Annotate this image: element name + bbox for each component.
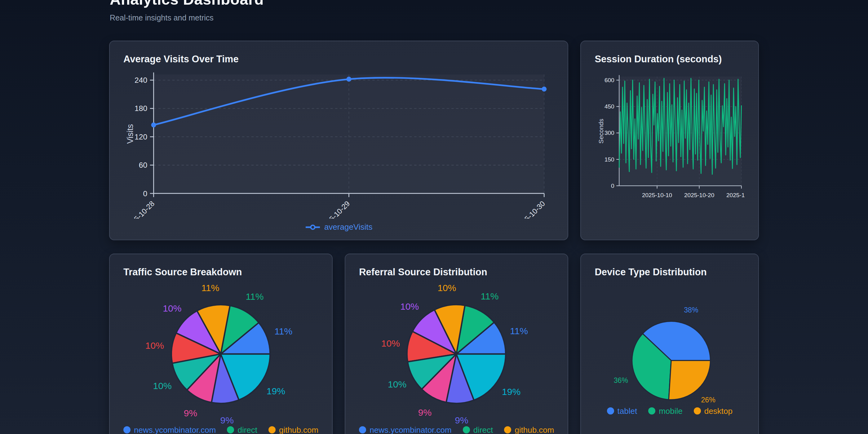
legend-row: news.ycombinator.comdirectgithub.com [359,425,554,434]
svg-text:450: 450 [604,103,614,110]
legend-item-news-ycombinator-com[interactable]: news.ycombinator.com [123,425,216,434]
legend-dot-icon [269,426,276,433]
svg-text:36%: 36% [614,376,628,384]
legend-item-news-ycombinator-com[interactable]: news.ycombinator.com [359,425,452,434]
referral-source-pie-chart: 11%11%10%10%10%10%9%9%19% [359,279,554,424]
legend-dot-icon [694,407,701,414]
legend-dot-icon [648,407,655,414]
svg-text:2025-10-29: 2025-10-29 [319,199,351,219]
legend-dot-icon [123,426,130,433]
legend-dot-icon [504,426,511,433]
card-traffic-source: Traffic Source Breakdown 11%11%11%10%10%… [109,254,333,434]
legend-item-tablet[interactable]: tablet [607,406,638,416]
svg-text:10%: 10% [381,338,400,348]
legend-item-desktop[interactable]: desktop [694,406,733,416]
svg-text:180: 180 [134,104,147,113]
svg-text:11%: 11% [246,291,264,302]
svg-text:0: 0 [611,183,615,189]
legend-label: news.ycombinator.com [134,425,216,434]
legend-item-github-com[interactable]: github.com [504,425,554,434]
legend-item-github-com[interactable]: github.com [269,425,318,434]
referral-source-legend: news.ycombinator.comdirectgithub.commedi… [359,425,554,434]
legend-item-direct[interactable]: direct [227,425,257,434]
legend-label: github.com [515,425,554,434]
svg-text:26%: 26% [701,396,715,404]
card-average-visits: Average Visits Over Time 060120180240Vis… [109,41,568,240]
page-title: Analytics Dashboard [110,0,759,8]
device-type-pie-chart: 38%36%26% [595,279,745,405]
svg-text:19%: 19% [502,386,521,397]
session-duration-line-chart: 0150300450600Seconds2025-10-102025-10-20… [595,68,745,201]
svg-text:19%: 19% [267,386,285,396]
svg-text:2025-10-10: 2025-10-10 [642,192,672,198]
dashboard-page: Analytics Dashboard Real-time insights a… [109,0,759,434]
legend-row: news.ycombinator.comdirectgithub.com [123,425,318,434]
svg-text:240: 240 [134,76,147,84]
svg-text:Seconds: Seconds [598,119,605,144]
svg-text:11%: 11% [481,291,499,301]
svg-text:150: 150 [604,156,614,163]
svg-text:2025-10-20: 2025-10-20 [684,192,714,198]
svg-text:11%: 11% [201,283,219,293]
legend-item-average-visits[interactable]: averageVisits [123,222,554,232]
svg-text:2025-10-30: 2025-10-30 [514,199,547,219]
svg-text:10%: 10% [163,303,181,313]
svg-text:10%: 10% [438,283,456,293]
legend-label: github.com [279,425,318,434]
card-session-duration: Session Duration (seconds) 0150300450600… [580,41,759,240]
chart-title-average-visits: Average Visits Over Time [123,54,554,65]
legend-label: averageVisits [324,222,373,232]
legend-label: direct [238,425,257,434]
chart-title-session-duration: Session Duration (seconds) [595,54,745,65]
legend-label: tablet [618,406,638,416]
page-header: Analytics Dashboard Real-time insights a… [109,0,759,22]
legend-label: direct [473,425,493,434]
svg-text:9%: 9% [184,408,197,418]
legend-label: desktop [704,406,733,416]
legend-item-mobile[interactable]: mobile [648,406,683,416]
device-type-legend: tabletmobiledesktop [595,406,745,416]
legend-dot-icon [359,426,366,433]
chart-title-referral-source: Referral Source Distribution [359,267,554,278]
svg-text:9%: 9% [220,415,234,424]
svg-text:2025-10-30: 2025-10-30 [726,192,745,198]
svg-text:10%: 10% [400,301,419,312]
svg-text:10%: 10% [145,340,164,351]
svg-text:11%: 11% [274,326,292,336]
card-referral-source: Referral Source Distribution 11%11%10%10… [345,254,568,434]
svg-text:0: 0 [143,189,147,198]
svg-text:120: 120 [134,133,147,141]
card-device-type: Device Type Distribution 38%36%26% table… [580,254,759,434]
svg-text:11%: 11% [510,326,528,336]
svg-text:300: 300 [604,130,614,136]
legend-label: news.ycombinator.com [370,425,452,434]
page-subtitle: Real-time insights and metrics [110,13,759,22]
legend-label: mobile [659,406,683,416]
traffic-source-legend: news.ycombinator.comdirectgithub.commedi… [123,425,318,434]
chart-title-device-type: Device Type Distribution [595,267,745,278]
legend-dot-icon [463,426,470,433]
legend-item-direct[interactable]: direct [463,425,493,434]
average-visits-line-chart: 060120180240Visits2025-10-282025-10-2920… [123,69,554,219]
svg-text:10%: 10% [153,381,172,391]
svg-text:60: 60 [139,161,147,169]
line-series-marker-icon [305,224,320,230]
svg-text:10%: 10% [388,379,406,390]
traffic-source-pie-chart: 11%11%11%10%10%10%9%9%19% [123,279,318,424]
svg-text:38%: 38% [684,306,699,314]
svg-text:Visits: Visits [126,124,135,144]
svg-text:2025-10-28: 2025-10-28 [124,199,156,219]
legend-row: tabletmobiledesktop [607,406,733,416]
legend-dot-icon [607,407,614,414]
chart-title-traffic-source: Traffic Source Breakdown [123,267,318,278]
charts-grid: Average Visits Over Time 060120180240Vis… [109,41,759,434]
svg-text:9%: 9% [455,415,469,424]
svg-text:9%: 9% [418,407,432,417]
legend-dot-icon [227,426,234,433]
svg-text:600: 600 [604,77,614,83]
